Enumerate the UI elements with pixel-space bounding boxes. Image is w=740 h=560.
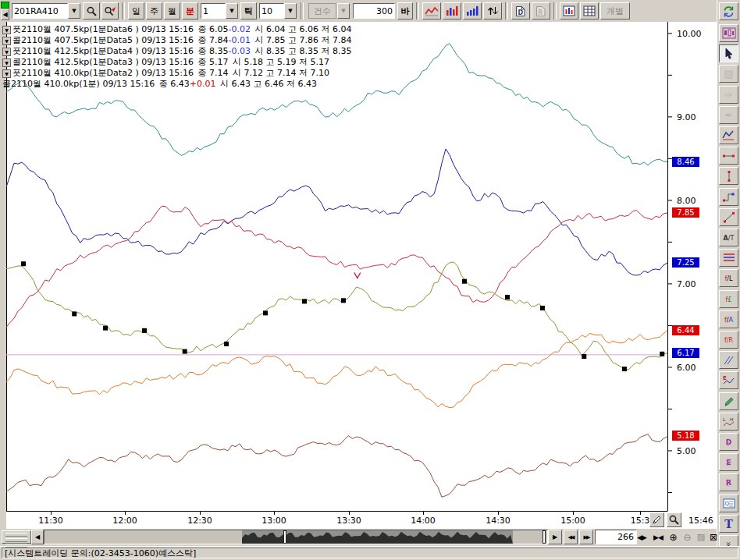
parallel-lines-button[interactable] [719, 249, 738, 267]
zoom-in-button[interactable]: ⊕ [667, 530, 680, 544]
symbol-input[interactable] [12, 3, 68, 19]
draw-pen-button[interactable] [649, 512, 664, 527]
snap-end-button[interactable]: ▶◀ [651, 530, 665, 544]
symbol-combo[interactable]: ▼ [12, 3, 80, 19]
select-cursor-icon [724, 48, 735, 59]
series-line-1 [6, 149, 667, 275]
bars-field[interactable] [353, 3, 395, 19]
low-high-icon: LH [722, 416, 735, 427]
chevron-down-icon[interactable]: ▼ [284, 3, 297, 19]
legend-menu-button[interactable]: ▼ [2, 48, 11, 56]
r-hatch-button[interactable]: R [719, 473, 738, 491]
d-hatch-icon: D [726, 437, 731, 448]
toolbar-scroll-left-button[interactable]: ◀ [1, 9, 9, 20]
legend-row: 콜2110월 410.0kp(1분) 09/13 15:16 종 6.43 +0… [2, 79, 352, 90]
series-line-5 [6, 434, 667, 498]
period-button-분[interactable]: 분 [182, 2, 198, 19]
chart-window-button[interactable] [560, 2, 578, 19]
new-doc-button[interactable]: D [511, 2, 530, 19]
text-annotation-button[interactable]: A/T [719, 229, 738, 246]
count-label: 건수 [308, 3, 336, 19]
legend-menu-button[interactable]: ▼ [2, 37, 11, 45]
range-end-cursor[interactable] [543, 530, 546, 544]
legend-text: 풋2110월 410.0kp(1분Data2 ) 09/13 15:16 종 7… [12, 68, 229, 79]
step-forward-button[interactable]: ▶ [548, 530, 562, 544]
erase-icon: ▨ [724, 68, 733, 80]
time-label: 15:3 [631, 516, 650, 526]
horizontal-segment-icon [722, 151, 735, 161]
bar-position-input[interactable] [595, 530, 637, 544]
copy-doc-button: R [532, 2, 550, 19]
fib-channel-button[interactable]: f£ [719, 290, 738, 308]
search-jump-button[interactable] [101, 2, 119, 19]
scroll-left-button[interactable]: ◀ [31, 530, 44, 544]
interval-combo[interactable]: ▼ [201, 3, 238, 19]
low-high-button[interactable]: LH [719, 413, 738, 431]
trend-line-button[interactable] [719, 208, 738, 226]
vertical-segment-button[interactable] [719, 167, 738, 185]
search-button[interactable] [83, 2, 100, 19]
tick-input[interactable] [259, 3, 284, 19]
vertical-segment-icon [724, 170, 735, 183]
volume-bars-mode-button[interactable] [463, 2, 482, 19]
close-panel-button[interactable]: ⊠ [707, 530, 720, 544]
individual-button: 개별 [600, 2, 630, 19]
hand-draw-button: ✑ [719, 86, 738, 104]
top-toolbar: ◀ ▼ 일주월분 ▼ 틱 ▼ 건수 ▼ 바 D R 개별 [0, 0, 717, 23]
pan-range-button[interactable]: ◀▶ [634, 530, 649, 544]
indicator-line-button[interactable] [719, 126, 738, 144]
fast-forward-button[interactable]: ▶▶ [579, 530, 593, 544]
horizontal-segment-button[interactable] [719, 147, 738, 165]
tick-button[interactable]: 틱 [240, 2, 257, 19]
right-tool-strip: ▨✑✒A/Tf/Lf£f/Af/RELHDERQT» [717, 0, 740, 546]
grid-window-button[interactable] [580, 2, 599, 19]
toolbar-separator [505, 2, 508, 19]
zoom-magnifier-button[interactable] [667, 512, 681, 527]
fib-fan-button[interactable]: f/A [719, 310, 738, 328]
chart-plot[interactable]: 10.009.008.007.006.005.00 [6, 22, 717, 512]
scrollbar-track[interactable] [44, 530, 548, 544]
legend-text: 콜2110월 412.5kp(1분Data3 ) 09/13 15:16 종 5… [12, 57, 229, 68]
time-label: 12:30 [187, 516, 212, 526]
pen-button[interactable] [719, 392, 738, 410]
fib-retracement-button[interactable]: f/R [719, 331, 738, 349]
hatch-lines-button[interactable] [719, 351, 738, 369]
period-button-주[interactable]: 주 [146, 2, 162, 19]
bar-signal-mode-button[interactable] [443, 2, 461, 19]
resize-grip[interactable] [2, 530, 31, 544]
d-hatch-button[interactable]: D [719, 433, 738, 451]
text-tool-button[interactable]: T [719, 515, 738, 533]
grid-window-icon [583, 5, 596, 16]
e-hatch-button[interactable]: E [719, 453, 738, 471]
chevron-down-icon[interactable]: ▼ [68, 3, 80, 19]
legend-text: 시 6.04 고 6.06 저 6.04 [251, 24, 351, 35]
select-cursor-button[interactable] [719, 44, 738, 62]
expert-line-button[interactable]: E [719, 371, 738, 389]
time-label: 15:00 [560, 516, 585, 526]
legend-menu-button[interactable]: ▼ [2, 58, 11, 67]
bars-unit-button[interactable]: 바 [397, 2, 413, 19]
pattern-grid-icon [722, 27, 736, 39]
tick-combo[interactable]: ▼ [259, 3, 297, 19]
chevron-down-icon[interactable]: ▼ [226, 3, 238, 19]
fib-channel-icon: f£ [726, 294, 732, 304]
legend-row: ▼풋2110월 412.5kp(1분Data4 ) 09/13 15:16 종 … [2, 46, 352, 57]
quote-list-button[interactable]: Q [719, 494, 738, 512]
time-tick [125, 512, 126, 515]
bars-input[interactable] [353, 3, 395, 19]
series-line-2 [6, 206, 667, 327]
legend-menu-button[interactable]: ▼ [2, 69, 11, 78]
period-button-일[interactable]: 일 [128, 2, 144, 19]
period-button-월[interactable]: 월 [164, 2, 180, 19]
interval-input[interactable] [201, 3, 226, 19]
step-line-button[interactable] [719, 188, 738, 206]
refresh-button[interactable] [719, 2, 738, 20]
fib-levels-button[interactable]: f/L [719, 269, 738, 287]
sort-updown-button[interactable] [483, 2, 502, 19]
line-chart-mode-button[interactable] [422, 2, 441, 19]
legend-menu-button[interactable]: ▼ [2, 26, 11, 34]
window-position-cursor[interactable] [283, 530, 286, 544]
legend-row: ▼풋2110월 407.5kp(1분Data6 ) 09/13 15:16 종 … [2, 24, 352, 35]
pattern-grid-button[interactable] [719, 24, 738, 42]
fast-back-button[interactable]: ◀◀ [564, 530, 578, 544]
